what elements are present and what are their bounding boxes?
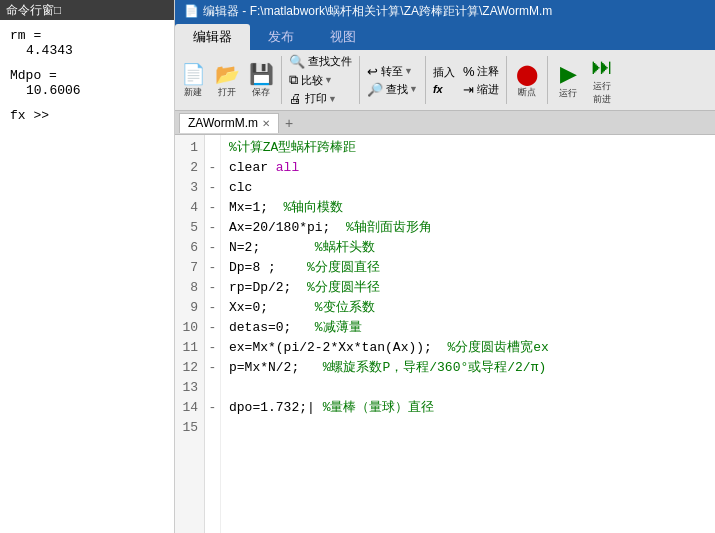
- goto-arrow: ▼: [404, 66, 413, 76]
- breakpoint-icon: ⬤: [516, 62, 538, 86]
- dash-8: -: [205, 277, 220, 297]
- find-file-icon: 🔍: [289, 54, 305, 69]
- run-label: 运行: [559, 87, 577, 100]
- line-num-8: 8: [175, 277, 204, 297]
- dash-7: -: [205, 257, 220, 277]
- new-label: 新建: [184, 86, 202, 99]
- toolbar: 📄 新建 📂 打开 💾 保存 🔍 查找文件 ⧉ 比较 ▼ 🖨: [175, 50, 715, 111]
- line6-code: N=2;: [229, 240, 315, 255]
- line-num-10: 10: [175, 317, 204, 337]
- line4-comment: %轴向模数: [284, 198, 344, 216]
- tab-view[interactable]: 视图: [312, 24, 374, 50]
- indent-button[interactable]: ⇥ 缩进: [460, 81, 503, 98]
- line11-comment: %分度圆齿槽宽ex: [447, 338, 548, 356]
- compare-arrow: ▼: [324, 75, 333, 85]
- comment-label: 注释: [477, 64, 499, 79]
- line-num-5: 5: [175, 217, 204, 237]
- add-tab-button[interactable]: +: [281, 115, 297, 131]
- tab-editor[interactable]: 编辑器: [175, 24, 250, 50]
- code-editor[interactable]: 1 2 3 4 5 6 7 8 9 10 11 12 13 14 15 - - …: [175, 135, 715, 533]
- new-button[interactable]: 📄 新建: [177, 52, 209, 108]
- compare-button[interactable]: ⧉ 比较 ▼: [286, 71, 355, 89]
- run-button[interactable]: ▶ 运行: [552, 52, 584, 108]
- var-mdpo-value: 10.6006: [10, 83, 164, 98]
- line-num-11: 11: [175, 337, 204, 357]
- indent-label: 缩进: [477, 82, 499, 97]
- print-button[interactable]: 🖨 打印 ▼: [286, 90, 355, 107]
- find-button[interactable]: 🔎 查找 ▼: [364, 81, 421, 98]
- run-advance-button[interactable]: ⏭ 运行前进: [586, 52, 618, 108]
- editor-panel: 📄 编辑器 - F:\matlabwork\蜗杆相关计算\ZA跨棒距计算\ZAW…: [175, 0, 715, 533]
- line6-comment: %蜗杆头数: [315, 238, 375, 256]
- open-label: 打开: [218, 86, 236, 99]
- line-num-15: 15: [175, 417, 204, 437]
- open-button[interactable]: 📂 打开: [211, 52, 243, 108]
- dash-14: -: [205, 397, 220, 417]
- comment-button[interactable]: % 注释: [460, 63, 503, 80]
- find-arrow: ▼: [409, 84, 418, 94]
- insert-label: 插入: [433, 65, 455, 80]
- code-line-9: Xx=0; %变位系数: [229, 297, 715, 317]
- line12-comment: %螺旋系数P，导程/360°或导程/2/π): [323, 358, 547, 376]
- compare-icon: ⧉: [289, 72, 298, 88]
- goto-button[interactable]: ↩ 转至 ▼: [364, 63, 421, 80]
- file-tab-bar: ZAWormM.m ✕ +: [175, 111, 715, 135]
- save-label: 保存: [252, 86, 270, 99]
- goto-label: 转至: [381, 64, 403, 79]
- line5-code: Ax=20/180*pi;: [229, 220, 346, 235]
- file-tab-zawormm[interactable]: ZAWormM.m ✕: [179, 113, 279, 133]
- line2-clear: clear: [229, 160, 276, 175]
- sep4: [506, 56, 507, 104]
- line-num-6: 6: [175, 237, 204, 257]
- command-window-title-text: 命令行窗□: [6, 2, 61, 19]
- comment-group: % 注释 ⇥ 缩进: [460, 52, 503, 108]
- line14-comment: %量棒（量球）直径: [323, 398, 435, 416]
- command-output[interactable]: rm = 4.4343 Mdpo = 10.6006 fx >>: [0, 20, 174, 533]
- dash-1: [205, 137, 220, 157]
- line-numbers: 1 2 3 4 5 6 7 8 9 10 11 12 13 14 15: [175, 135, 205, 533]
- find-file-button[interactable]: 🔍 查找文件: [286, 53, 355, 70]
- print-icon: 🖨: [289, 91, 302, 106]
- file-tab-close[interactable]: ✕: [262, 118, 270, 129]
- code-content[interactable]: %计算ZA型蜗杆跨棒距 clear all clc Mx=1; %轴向模数 Ax…: [221, 135, 715, 533]
- var-rm-value: 4.4343: [10, 43, 164, 58]
- main-tab-bar: 编辑器 发布 视图: [175, 22, 715, 50]
- dash-12: -: [205, 357, 220, 377]
- sep1: [281, 56, 282, 104]
- dash-5: -: [205, 217, 220, 237]
- find-label: 查找: [386, 82, 408, 97]
- code-line-7: Dp=8 ; %分度圆直径: [229, 257, 715, 277]
- tab-publish[interactable]: 发布: [250, 24, 312, 50]
- dash-11: -: [205, 337, 220, 357]
- insert-button[interactable]: 插入: [430, 64, 458, 81]
- line-num-13: 13: [175, 377, 204, 397]
- goto-icon: ↩: [367, 64, 378, 79]
- var-mdpo-name: Mdpo =: [10, 68, 164, 83]
- var-mdpo: Mdpo = 10.6006: [10, 68, 164, 98]
- line-num-7: 7: [175, 257, 204, 277]
- code-line-14: dpo=1.732;| %量棒（量球）直径: [229, 397, 715, 417]
- nav-tools-group: ↩ 转至 ▼ 🔎 查找 ▼: [364, 52, 421, 108]
- dash-4: -: [205, 197, 220, 217]
- save-button[interactable]: 💾 保存: [245, 52, 277, 108]
- editor-title-icon: 📄: [183, 3, 199, 19]
- code-line-5: Ax=20/180*pi; %轴剖面齿形角: [229, 217, 715, 237]
- fx-button[interactable]: fx: [430, 82, 458, 96]
- code-line-12: p=Mx*N/2; %螺旋系数P，导程/360°或导程/2/π): [229, 357, 715, 377]
- code-line-15: [229, 417, 715, 437]
- command-prompt[interactable]: fx >>: [10, 108, 164, 123]
- dash-15: [205, 417, 220, 437]
- sep2: [359, 56, 360, 104]
- sep3: [425, 56, 426, 104]
- code-line-2: clear all: [229, 157, 715, 177]
- dash-indicators: - - - - - - - - - - - -: [205, 135, 221, 533]
- code-line-13: [229, 377, 715, 397]
- breakpoint-button[interactable]: ⬤ 断点: [511, 52, 543, 108]
- line7-comment: %分度圆直径: [307, 258, 380, 276]
- line-num-12: 12: [175, 357, 204, 377]
- code-line-10: detas=0; %减薄量: [229, 317, 715, 337]
- run-icon: ▶: [560, 61, 577, 87]
- var-rm-name: rm =: [10, 28, 164, 43]
- dash-6: -: [205, 237, 220, 257]
- find-file-label: 查找文件: [308, 54, 352, 69]
